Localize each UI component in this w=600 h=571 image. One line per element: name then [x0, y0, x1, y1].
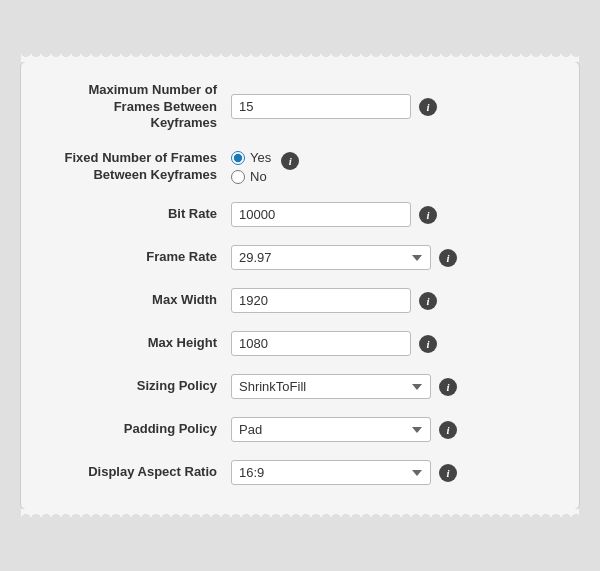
max-width-label: Max Width [51, 292, 231, 309]
fixed-frames-control: Yes No i [231, 150, 549, 184]
display-aspect-ratio-label: Display Aspect Ratio [51, 464, 231, 481]
max-width-info-icon[interactable]: i [419, 292, 437, 310]
padding-policy-label: Padding Policy [51, 421, 231, 438]
fixed-frames-yes-label[interactable]: Yes [231, 150, 271, 165]
sizing-policy-info-icon[interactable]: i [439, 378, 457, 396]
padding-policy-control: Pad NoPad i [231, 417, 549, 442]
frame-rate-row: Frame Rate 23.976 24 25 29.97 30 50 59.9… [51, 245, 549, 270]
max-frames-input[interactable] [231, 94, 411, 119]
sizing-policy-row: Sizing Policy ShrinkToFill Fit Fill Stre… [51, 374, 549, 399]
sizing-policy-select[interactable]: ShrinkToFill Fit Fill Stretch Keep [231, 374, 431, 399]
max-frames-info-icon[interactable]: i [419, 98, 437, 116]
max-width-control: i [231, 288, 549, 313]
frame-rate-info-icon[interactable]: i [439, 249, 457, 267]
fixed-frames-row: Fixed Number of Frames Between Keyframes… [51, 150, 549, 184]
display-aspect-ratio-control: auto 1:1 4:3 16:9 16:10 i [231, 460, 549, 485]
fixed-frames-info-icon[interactable]: i [281, 152, 299, 170]
fixed-frames-label: Fixed Number of Frames Between Keyframes [51, 150, 231, 184]
max-frames-row: Maximum Number of Frames Between Keyfram… [51, 82, 549, 133]
max-frames-control: i [231, 94, 549, 119]
max-height-info-icon[interactable]: i [419, 335, 437, 353]
fixed-frames-radio-group: Yes No [231, 150, 271, 184]
max-height-input[interactable] [231, 331, 411, 356]
bit-rate-row: Bit Rate i [51, 202, 549, 227]
frame-rate-control: 23.976 24 25 29.97 30 50 59.94 60 i [231, 245, 549, 270]
fixed-frames-no-radio[interactable] [231, 170, 245, 184]
bit-rate-label: Bit Rate [51, 206, 231, 223]
max-width-input[interactable] [231, 288, 411, 313]
fixed-frames-yes-text: Yes [250, 150, 271, 165]
display-aspect-ratio-select[interactable]: auto 1:1 4:3 16:9 16:10 [231, 460, 431, 485]
max-frames-label: Maximum Number of Frames Between Keyfram… [51, 82, 231, 133]
bit-rate-info-icon[interactable]: i [419, 206, 437, 224]
settings-panel: Maximum Number of Frames Between Keyfram… [20, 61, 580, 511]
bit-rate-control: i [231, 202, 549, 227]
frame-rate-label: Frame Rate [51, 249, 231, 266]
max-width-row: Max Width i [51, 288, 549, 313]
max-height-label: Max Height [51, 335, 231, 352]
fixed-frames-yes-radio[interactable] [231, 151, 245, 165]
frame-rate-select[interactable]: 23.976 24 25 29.97 30 50 59.94 60 [231, 245, 431, 270]
padding-policy-info-icon[interactable]: i [439, 421, 457, 439]
padding-policy-row: Padding Policy Pad NoPad i [51, 417, 549, 442]
sizing-policy-control: ShrinkToFill Fit Fill Stretch Keep i [231, 374, 549, 399]
display-aspect-ratio-info-icon[interactable]: i [439, 464, 457, 482]
max-height-row: Max Height i [51, 331, 549, 356]
sizing-policy-label: Sizing Policy [51, 378, 231, 395]
fixed-frames-no-label[interactable]: No [231, 169, 271, 184]
display-aspect-ratio-row: Display Aspect Ratio auto 1:1 4:3 16:9 1… [51, 460, 549, 485]
fixed-frames-no-text: No [250, 169, 267, 184]
max-height-control: i [231, 331, 549, 356]
bit-rate-input[interactable] [231, 202, 411, 227]
padding-policy-select[interactable]: Pad NoPad [231, 417, 431, 442]
